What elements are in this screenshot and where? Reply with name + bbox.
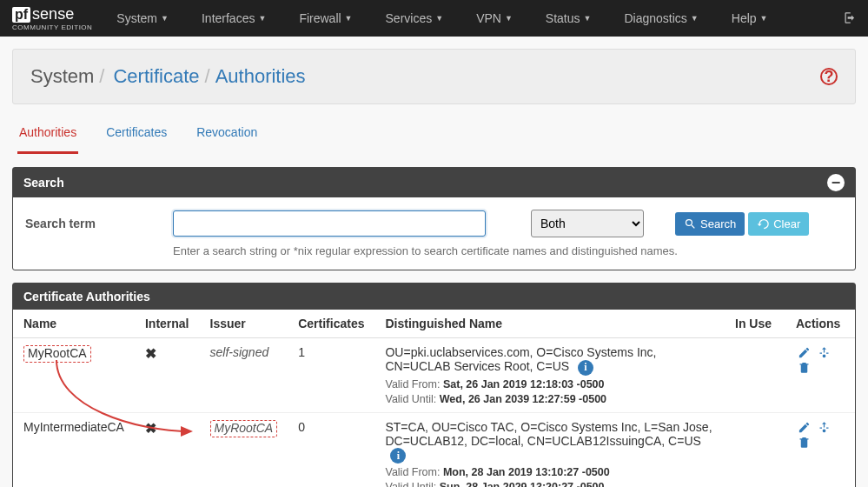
- clear-button[interactable]: Clear: [748, 212, 809, 236]
- brand-sub: COMMUNITY EDITION: [12, 23, 92, 31]
- ca-panel: Certificate Authorities Name Internal Is…: [12, 283, 856, 487]
- chevron-down-icon: ▼: [161, 14, 169, 23]
- cert-count: 0: [288, 412, 374, 487]
- ca-name: MyRootCA: [23, 345, 91, 363]
- brand-pf: pf: [12, 7, 30, 23]
- nav-help[interactable]: Help▼: [723, 11, 777, 25]
- chevron-down-icon: ▼: [435, 14, 443, 23]
- nav-system[interactable]: System▼: [108, 11, 177, 25]
- export-icon[interactable]: [818, 420, 831, 435]
- info-icon[interactable]: i: [578, 360, 593, 376]
- brand-logo: pf sense COMMUNITY EDITION: [12, 5, 92, 31]
- search-hint: Enter a search string or *nix regular ex…: [173, 244, 843, 257]
- col-inuse: In Use: [725, 310, 785, 338]
- tab-revocation[interactable]: Revocation: [195, 118, 259, 154]
- check-icon: ✖: [145, 421, 156, 436]
- cert-count: 1: [288, 338, 374, 413]
- col-actions: Actions: [785, 310, 855, 338]
- nav-diagnostics[interactable]: Diagnostics▼: [615, 11, 706, 25]
- nav-firewall[interactable]: Firewall▼: [290, 11, 361, 25]
- chevron-down-icon: ▼: [345, 14, 353, 23]
- nav-interfaces[interactable]: Interfaces▼: [193, 11, 275, 25]
- tab-certificates[interactable]: Certificates: [104, 118, 169, 154]
- delete-icon[interactable]: [798, 360, 811, 375]
- help-icon[interactable]: ?: [820, 68, 838, 85]
- search-scope-select[interactable]: Both: [531, 210, 644, 237]
- search-button[interactable]: Search: [675, 212, 745, 236]
- chevron-down-icon: ▼: [760, 14, 768, 23]
- issuer: self-signed: [210, 345, 269, 359]
- ca-name: MyIntermediateCA: [13, 412, 135, 487]
- dn-text: ST=CA, OU=Cisco TAC, O=Cisco Systems Inc…: [385, 420, 712, 448]
- breadcrumb-certificate[interactable]: Certificate: [108, 65, 204, 88]
- ca-heading: Certificate Authorities: [13, 284, 855, 310]
- tabs: Authorities Certificates Revocation: [12, 118, 856, 155]
- chevron-down-icon: ▼: [258, 14, 266, 23]
- col-dn: Distinguished Name: [374, 310, 725, 338]
- col-issuer: Issuer: [200, 310, 288, 338]
- nav-menu: System▼ Interfaces▼ Firewall▼ Services▼ …: [108, 11, 843, 25]
- chevron-down-icon: ▼: [691, 14, 699, 23]
- edit-icon[interactable]: [798, 345, 811, 360]
- nav-vpn[interactable]: VPN▼: [467, 11, 521, 25]
- search-input[interactable]: [173, 210, 486, 237]
- chevron-down-icon: ▼: [584, 14, 592, 23]
- search-heading: Search −: [13, 168, 855, 197]
- table-row: MyIntermediateCA ✖ MyRootCA 0 ST=CA, OU=…: [13, 412, 855, 487]
- chevron-down-icon: ▼: [505, 14, 513, 23]
- search-term-label: Search term: [25, 217, 164, 230]
- brand-sense: sense: [32, 5, 74, 23]
- collapse-icon[interactable]: −: [827, 174, 845, 191]
- breadcrumb-root: System: [30, 65, 94, 88]
- col-certificates: Certificates: [288, 310, 374, 338]
- table-row: MyRootCA ✖ self-signed 1 OU=pki.uclabser…: [13, 338, 855, 413]
- tab-authorities[interactable]: Authorities: [17, 118, 78, 154]
- info-icon[interactable]: i: [390, 448, 406, 464]
- edit-icon[interactable]: [798, 420, 811, 435]
- logout-icon[interactable]: [843, 10, 856, 27]
- search-panel: Search − Search term Both Search Clear: [12, 167, 856, 270]
- top-navbar: pf sense COMMUNITY EDITION System▼ Inter…: [0, 0, 868, 37]
- export-icon[interactable]: [818, 345, 831, 360]
- dn-text: OU=pki.uclabservices.com, O=Cisco System…: [385, 345, 656, 373]
- delete-icon[interactable]: [798, 435, 811, 450]
- ca-table: Name Internal Issuer Certificates Distin…: [13, 310, 855, 487]
- check-icon: ✖: [145, 346, 156, 361]
- nav-services[interactable]: Services▼: [377, 11, 453, 25]
- breadcrumb: System / Certificate / Authorities ?: [12, 49, 856, 104]
- col-name: Name: [13, 310, 135, 338]
- nav-status[interactable]: Status▼: [537, 11, 600, 25]
- breadcrumb-authorities[interactable]: Authorities: [210, 65, 311, 88]
- col-internal: Internal: [135, 310, 200, 338]
- issuer: MyRootCA: [210, 420, 278, 437]
